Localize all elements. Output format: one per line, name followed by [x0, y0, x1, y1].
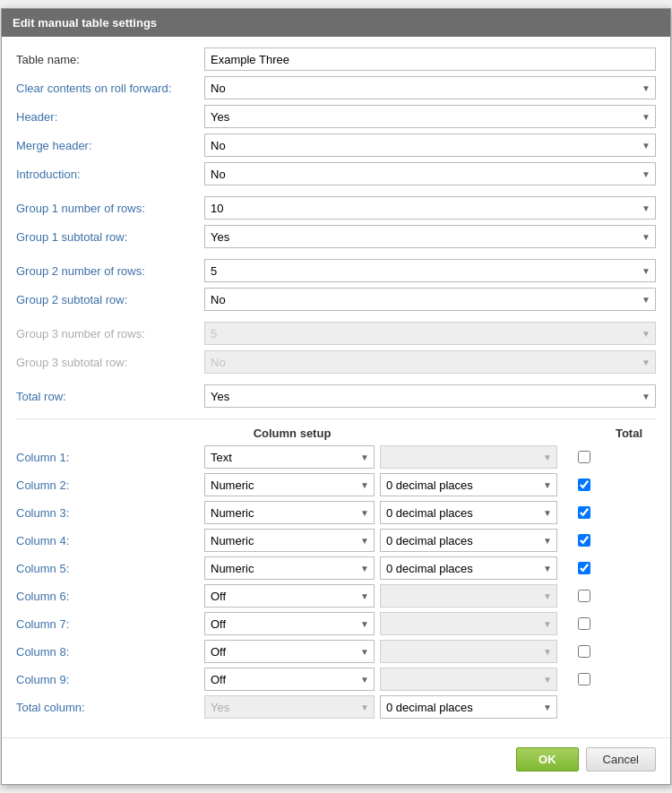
total-column-type-wrap: Yes ▼	[204, 695, 375, 719]
column-3-decimal-wrap: 0 decimal places1 decimal place2 decimal…	[380, 501, 557, 524]
group3-subtotal-row: Group 3 subtotal row: No ▼	[16, 350, 656, 374]
column-7-checkbox-wrap	[557, 617, 611, 630]
column-8-type-select[interactable]: OffTextNumeric	[204, 640, 375, 663]
column-8-decimal-select[interactable]	[380, 640, 557, 663]
column-2-label: Column 2:	[16, 478, 204, 492]
group1-subtotal-row: Group 1 subtotal row: YesNo ▼	[16, 225, 656, 248]
column-2-decimal-wrap: 0 decimal places1 decimal place2 decimal…	[380, 473, 557, 496]
total-column-decimal-select[interactable]: 0 decimal places1 decimal place2 decimal…	[380, 695, 557, 719]
column-4-decimal-select[interactable]: 0 decimal places1 decimal place2 decimal…	[380, 529, 557, 552]
group1-subtotal-select[interactable]: YesNo	[204, 225, 656, 248]
column-7-decimal-select[interactable]	[380, 612, 557, 635]
column-7-type-select[interactable]: OffTextNumeric	[204, 612, 375, 635]
header-select[interactable]: YesNo	[204, 105, 656, 128]
dialog-body: Table name: Clear contents on roll forwa…	[2, 37, 670, 737]
column-2-decimal-select[interactable]: 0 decimal places1 decimal place2 decimal…	[380, 473, 557, 496]
group3-subtotal-select[interactable]: No	[204, 350, 656, 374]
column-6-type-select[interactable]: OffTextNumeric	[204, 584, 375, 608]
group1-rows-row: Group 1 number of rows: 12345 678910 111…	[16, 196, 656, 220]
group3-subtotal-select-wrap: No ▼	[204, 350, 656, 374]
column-9-decimal-select[interactable]	[380, 668, 557, 691]
group1-rows-select[interactable]: 12345 678910 11121520	[204, 196, 656, 220]
table-name-input[interactable]	[204, 47, 656, 71]
column-4-type-select[interactable]: OffTextNumeric	[204, 529, 375, 552]
column-5-decimal-select[interactable]: 0 decimal places1 decimal place2 decimal…	[380, 556, 557, 580]
merge-header-select[interactable]: NoYes	[204, 134, 656, 157]
group2-subtotal-select[interactable]: NoYes	[204, 288, 656, 311]
total-column-row: Total column: Yes ▼ 0 decimal places1 de…	[16, 695, 656, 719]
column-6-decimal-select[interactable]	[380, 584, 557, 608]
group1-subtotal-label: Group 1 subtotal row:	[16, 230, 204, 244]
column-1-checkbox[interactable]	[578, 451, 590, 463]
group2-rows-select-wrap: 12345 678910 ▼	[204, 259, 656, 282]
column-3-checkbox[interactable]	[578, 506, 590, 519]
group2-subtotal-select-wrap: NoYes ▼	[204, 288, 656, 311]
column-9-type-select[interactable]: OffTextNumeric	[204, 668, 375, 691]
column-2-checkbox-wrap	[557, 478, 611, 491]
column-3-checkbox-wrap	[557, 506, 611, 519]
column-4-label: Column 4:	[16, 534, 204, 547]
column-8-checkbox-wrap	[557, 645, 611, 658]
column-8-type-wrap: OffTextNumeric ▼	[204, 640, 375, 663]
column-5-type-wrap: OffTextNumeric ▼	[204, 556, 375, 580]
column-3-type-wrap: OffTextNumeric ▼	[204, 501, 375, 524]
clear-contents-label: Clear contents on roll forward:	[16, 82, 204, 95]
total-header-label: Total	[602, 427, 656, 440]
group2-rows-label: Group 2 number of rows:	[16, 264, 204, 278]
column-7-row: Column 7: OffTextNumeric ▼ ▼	[16, 612, 656, 635]
total-column-label: Total column:	[16, 701, 204, 714]
column-2-checkbox[interactable]	[578, 478, 590, 491]
column-1-type-select[interactable]: OffTextNumeric	[204, 445, 375, 469]
group3-rows-select[interactable]: 5	[204, 322, 656, 345]
column-9-decimal-wrap: ▼	[380, 668, 557, 691]
introduction-select[interactable]: NoYes	[204, 162, 656, 185]
column-5-label: Column 5:	[16, 562, 204, 575]
group1-rows-label: Group 1 number of rows:	[16, 202, 204, 215]
column-7-checkbox[interactable]	[578, 617, 590, 630]
column-2-type-wrap: OffTextNumeric ▼	[204, 473, 375, 496]
merge-header-select-wrap: NoYes ▼	[204, 134, 656, 157]
column-3-decimal-select[interactable]: 0 decimal places1 decimal place2 decimal…	[380, 501, 557, 524]
column-6-checkbox[interactable]	[578, 590, 590, 602]
column-5-type-select[interactable]: OffTextNumeric	[204, 556, 375, 580]
column-6-label: Column 6:	[16, 590, 204, 603]
column-9-checkbox-wrap	[557, 673, 611, 685]
group2-rows-row: Group 2 number of rows: 12345 678910 ▼	[16, 259, 656, 282]
total-column-type-select[interactable]: Yes	[204, 695, 375, 719]
column-4-checkbox[interactable]	[578, 534, 590, 547]
dialog-title: Edit manual table settings	[13, 16, 157, 30]
column-3-row: Column 3: OffTextNumeric ▼ 0 decimal pla…	[16, 501, 656, 524]
group2-rows-select[interactable]: 12345 678910	[204, 259, 656, 282]
column-6-decimal-wrap: ▼	[380, 584, 557, 608]
column-4-decimal-wrap: 0 decimal places1 decimal place2 decimal…	[380, 529, 557, 552]
column-1-decimal-wrap: ▼	[380, 445, 557, 469]
group1-subtotal-select-wrap: YesNo ▼	[204, 225, 656, 248]
column-5-decimal-wrap: 0 decimal places1 decimal place2 decimal…	[380, 556, 557, 580]
column-4-row: Column 4: OffTextNumeric ▼ 0 decimal pla…	[16, 529, 656, 552]
total-row-select[interactable]: YesNo	[204, 384, 656, 408]
column-3-type-select[interactable]: OffTextNumeric	[204, 501, 375, 524]
group2-subtotal-label: Group 2 subtotal row:	[16, 293, 204, 306]
group3-rows-row: Group 3 number of rows: 5 ▼	[16, 322, 656, 345]
column-9-row: Column 9: OffTextNumeric ▼ ▼	[16, 668, 656, 691]
column-5-checkbox[interactable]	[578, 562, 590, 574]
clear-contents-row: Clear contents on roll forward: NoYes ▼	[16, 76, 656, 99]
clear-contents-select[interactable]: NoYes	[204, 76, 656, 99]
divider	[16, 418, 656, 419]
ok-button[interactable]: OK	[516, 747, 579, 771]
column-setup-header-label: Column setup	[204, 427, 380, 440]
dialog-footer: OK Cancel	[2, 738, 670, 784]
column-8-checkbox[interactable]	[578, 645, 590, 658]
column-2-row: Column 2: OffTextNumeric ▼ 0 decimal pla…	[16, 473, 656, 496]
column-8-decimal-wrap: ▼	[380, 640, 557, 663]
column-9-type-wrap: OffTextNumeric ▼	[204, 668, 375, 691]
total-row-select-wrap: YesNo ▼	[204, 384, 656, 408]
column-2-type-select[interactable]: OffTextNumeric	[204, 473, 375, 496]
column-9-checkbox[interactable]	[578, 673, 590, 685]
column-1-label: Column 1:	[16, 451, 204, 464]
column-setup-header-row: Column setup Total	[16, 427, 656, 440]
column-1-decimal-select[interactable]	[380, 445, 557, 469]
dialog: Edit manual table settings Table name: C…	[1, 8, 671, 785]
cancel-button[interactable]: Cancel	[586, 747, 656, 771]
column-3-label: Column 3:	[16, 506, 204, 520]
